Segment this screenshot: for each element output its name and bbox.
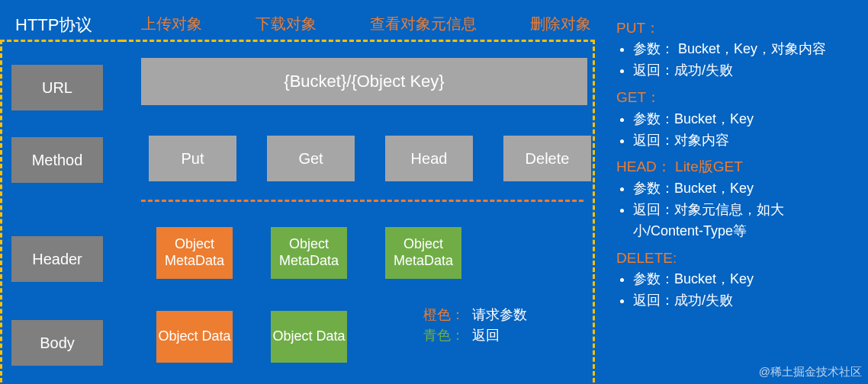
- row-label-header: Header: [11, 236, 103, 282]
- meta-cell-get: Object MetaData: [271, 227, 347, 279]
- method-row: Put Get Head Delete: [149, 136, 591, 181]
- right-get-item-0: 参数：Bucket，Key: [633, 109, 853, 130]
- right-put-item-1: 返回：成功/失败: [633, 60, 853, 82]
- right-delete-list: 参数：Bucket，Key 返回：成功/失败: [616, 269, 853, 312]
- legend-orange-label: 橙色：: [423, 307, 465, 322]
- right-get-hd: GET：: [616, 86, 853, 108]
- method-get: Get: [267, 136, 355, 181]
- diagram-title: HTTP协议: [15, 14, 92, 37]
- body-cell-put: Object Data: [156, 311, 233, 363]
- meta-cell-put: Object MetaData: [156, 227, 233, 279]
- row-label-method: Method: [11, 137, 103, 183]
- right-delete-item-1: 返回：成功/失败: [633, 290, 853, 312]
- col-upload: 上传对象: [141, 14, 202, 34]
- header-row: Object MetaData Object MetaData Object M…: [156, 227, 461, 279]
- right-panel: PUT： 参数： Bucket，Key，对象内容 返回：成功/失败 GET： 参…: [616, 12, 853, 312]
- legend: 橙色： 请求参数 青色： 返回: [423, 305, 527, 346]
- legend-green-label: 青色：: [423, 328, 465, 343]
- watermark: @稀土掘金技术社区: [759, 365, 862, 379]
- right-head-hd: HEAD： Lite版GET: [616, 155, 853, 178]
- right-put-list: 参数： Bucket，Key，对象内容 返回：成功/失败: [616, 39, 853, 82]
- method-delete: Delete: [503, 136, 591, 181]
- body-cell-get: Object Data: [271, 311, 347, 363]
- col-delete: 删除对象: [530, 14, 591, 34]
- right-get-list: 参数：Bucket，Key 返回：对象内容: [616, 109, 853, 152]
- legend-green-value: 返回: [472, 328, 500, 343]
- row-label-url: URL: [11, 65, 103, 110]
- col-meta: 查看对象元信息: [370, 14, 477, 34]
- col-download: 下载对象: [256, 14, 317, 34]
- right-head-item-0: 参数：Bucket，Key: [633, 178, 853, 200]
- meta-cell-head: Object MetaData: [385, 227, 461, 279]
- right-delete-item-0: 参数：Bucket，Key: [633, 269, 853, 290]
- dashed-divider: [141, 200, 583, 202]
- right-head-list: 参数：Bucket，Key 返回：对象元信息，如大小/Content-Type等: [616, 178, 853, 242]
- legend-orange-value: 请求参数: [472, 307, 527, 322]
- method-put: Put: [149, 136, 236, 181]
- body-row: Object Data Object Data: [156, 311, 347, 363]
- method-head: Head: [385, 136, 473, 181]
- right-put-item-0: 参数： Bucket，Key，对象内容: [633, 39, 853, 60]
- right-delete-hd: DELETE:: [616, 247, 853, 269]
- right-put-hd: PUT：: [616, 17, 853, 39]
- row-label-body: Body: [11, 320, 103, 366]
- right-get-item-1: 返回：对象内容: [633, 130, 853, 152]
- url-template-box: {Bucket}/{Object Key}: [141, 58, 587, 105]
- column-headers: 上传对象 下载对象 查看对象元信息 删除对象: [141, 14, 591, 34]
- right-head-item-1: 返回：对象元信息，如大小/Content-Type等: [633, 200, 853, 242]
